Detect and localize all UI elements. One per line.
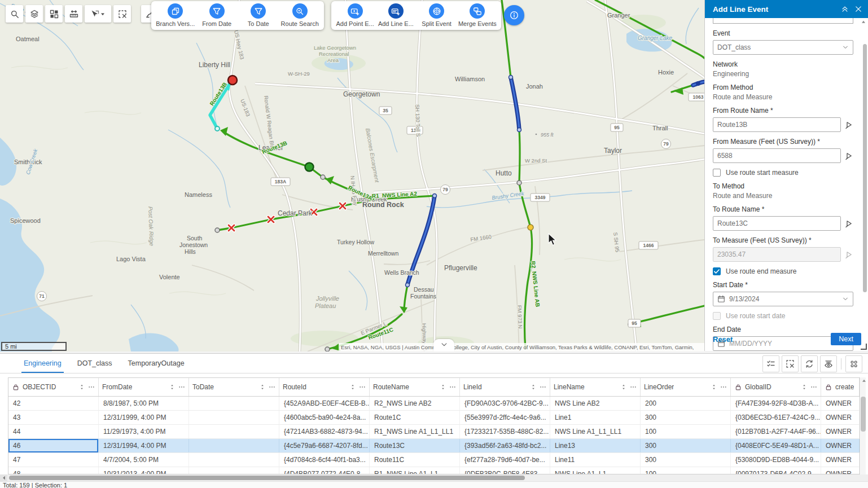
add-line-e-button[interactable]: Add Line E... (375, 3, 416, 28)
scroll-up-arrow-icon[interactable] (861, 378, 867, 385)
use-route-start-measure-checkbox[interactable]: Use route start measure (713, 169, 853, 177)
column-menu-icon[interactable] (810, 384, 817, 390)
sort-icon[interactable] (620, 384, 627, 390)
route-search-button[interactable]: Route Search (279, 3, 321, 28)
table-cell[interactable]: {452A9ABD-E0EF-4CEB-B... (279, 397, 370, 410)
to-date-button[interactable]: To Date (238, 3, 279, 28)
sort-icon[interactable] (440, 384, 446, 390)
table-cell[interactable]: {4D4BB077-0772-44E0-8... (279, 467, 370, 474)
table-cell[interactable]: 100 (641, 467, 731, 474)
table-cell[interactable]: {012B70B1-A2F7-4A4F-96... (731, 425, 821, 438)
table-cell[interactable]: OWNER (821, 439, 860, 452)
column-header-routename[interactable]: RouteName (370, 378, 460, 396)
sort-icon[interactable] (711, 384, 717, 390)
event-select[interactable]: DOT_class (713, 40, 853, 55)
table-cell[interactable]: R2_NWS Line AB2 (370, 397, 460, 410)
table-cell[interactable]: 4/7/2004, 5:00 PM (99, 453, 189, 467)
table-cell[interactable]: OWNER (821, 411, 860, 424)
column-menu-icon[interactable] (720, 384, 727, 390)
table-cell[interactable]: 46 (8, 439, 99, 452)
table-cell[interactable]: {17233217-535B-488C-82... (460, 425, 550, 438)
reset-button[interactable]: Reset (713, 335, 733, 344)
info-button[interactable] (504, 5, 524, 25)
from-measure-input[interactable]: 6588 (713, 148, 841, 163)
table-cell[interactable]: {4d7084c8-6cf4-40f1-ba3... (279, 453, 370, 467)
table-cell[interactable]: 44 (8, 425, 99, 438)
table-cell[interactable]: {0408E0FC-5E49-48D1-A... (731, 439, 821, 452)
column-menu-icon[interactable] (178, 384, 185, 390)
table-cell[interactable]: 100 (641, 425, 731, 438)
table-cell[interactable]: Line11 (550, 453, 641, 467)
table-cell[interactable]: OWNER (821, 467, 860, 474)
from-route-name-input[interactable]: Route13B (713, 117, 841, 132)
column-menu-icon[interactable] (449, 384, 456, 390)
measure-tool-button[interactable] (65, 5, 82, 23)
sort-icon[interactable] (349, 384, 356, 390)
table-cell[interactable]: {0DFB3B0C-B0F8-4E83-... (460, 467, 550, 474)
table-cell[interactable]: Route1C (370, 411, 460, 424)
column-menu-icon[interactable] (540, 384, 546, 390)
sort-icon[interactable] (78, 384, 85, 390)
table-cell[interactable]: {47214AB3-6882-4873-94... (279, 425, 370, 438)
table-cell[interactable]: NWS Line A1_L1... (550, 467, 641, 474)
table-cell[interactable]: 200 (641, 397, 731, 410)
map-canvas[interactable]: 183A130359579793349146671951063 OatmealL… (0, 0, 704, 351)
table-cell[interactable]: 42 (8, 397, 99, 410)
table-cell[interactable]: R1_NWS Line A1_L1... (370, 467, 460, 474)
table-cell[interactable]: 43 (8, 411, 99, 424)
table-cell[interactable]: {393ad56f-2a63-48fd-bc2... (460, 439, 550, 452)
column-header-linename[interactable]: LineName (550, 378, 641, 396)
table-cell[interactable]: Route11C (370, 453, 460, 467)
column-menu-icon[interactable] (88, 384, 95, 390)
column-header-lineid[interactable]: LineId (460, 378, 550, 396)
tab-dot_class[interactable]: DOT_class (69, 354, 120, 373)
table-cell[interactable]: 300 (641, 453, 731, 467)
next-button[interactable]: Next (831, 333, 861, 345)
basemap-grid-tool-button[interactable] (45, 5, 63, 23)
table-cell[interactable]: 11/29/1973, 4:00 PM (99, 425, 189, 438)
table-row[interactable]: 4411/29/1973, 4:00 PM{47214AB3-6882-4873… (8, 425, 860, 439)
table-cell[interactable]: OWNER (821, 425, 860, 438)
panel-scrollbar[interactable] (863, 26, 867, 328)
sort-icon[interactable] (530, 384, 537, 390)
table-cell[interactable]: 8/8/1987, 5:00 PM (99, 397, 189, 410)
merge-events-button[interactable]: Merge Events (457, 3, 498, 28)
pick-from-measure-on-map-icon[interactable] (844, 151, 853, 160)
table-cell[interactable]: 12/31/1994, 4:00 PM (99, 439, 189, 452)
table-horizontal-scrollbar[interactable] (0, 474, 868, 481)
table-cell[interactable]: {53080D9D-ED8B-4044-9... (731, 453, 821, 467)
table-cell[interactable]: 300 (641, 411, 731, 424)
table-cell[interactable]: Line1 (550, 411, 641, 424)
table-cell[interactable]: OWNER (821, 453, 860, 467)
tab-engineering[interactable]: Engineering (16, 354, 69, 373)
table-cell[interactable]: Line13 (550, 439, 641, 452)
tab-temporaryoutage[interactable]: TemporaryOutage (120, 354, 192, 373)
options-grid-button[interactable] (845, 355, 862, 372)
table-cell[interactable]: 300 (641, 439, 731, 452)
table-cell[interactable]: 47 (8, 453, 99, 467)
use-route-end-measure-checkbox[interactable]: Use route end measure (713, 267, 853, 275)
table-cell[interactable]: 12/31/1999, 4:00 PM (99, 411, 189, 424)
branch-vers-button[interactable]: Branch Vers... (155, 3, 196, 28)
table-cell[interactable] (189, 411, 279, 424)
refresh-button[interactable] (801, 355, 818, 372)
table-row[interactable]: 428/8/1987, 5:00 PM{452A9ABD-E0EF-4CEB-B… (8, 397, 860, 411)
column-header-todate[interactable]: ToDate (189, 378, 279, 396)
table-cell[interactable]: {03D6EC3D-61E7-424C-9... (731, 411, 821, 424)
table-row[interactable]: 4810/31/2013, 4:00 PM{4D4BB077-0772-44E0… (8, 467, 860, 474)
select-tool-button[interactable] (85, 5, 111, 23)
pick-to-route-on-map-icon[interactable] (844, 219, 853, 228)
table-cell[interactable] (189, 425, 279, 438)
table-cell[interactable]: OWNER (821, 397, 860, 410)
column-menu-icon[interactable] (630, 384, 637, 390)
selection-list-button[interactable] (762, 355, 779, 372)
hide-fields-button[interactable] (820, 355, 837, 372)
table-cell[interactable] (189, 397, 279, 410)
layers-tool-button[interactable] (25, 5, 43, 23)
search-tool-button[interactable] (6, 5, 23, 23)
column-header-lineorder[interactable]: LineOrder (641, 378, 731, 396)
sort-icon[interactable] (801, 384, 808, 390)
column-header-objectid[interactable]: OBJECTID (8, 378, 99, 396)
table-cell[interactable]: {ef277a28-79d6-40d7-be... (460, 453, 550, 467)
clear-selection-tool-button[interactable] (113, 5, 131, 23)
